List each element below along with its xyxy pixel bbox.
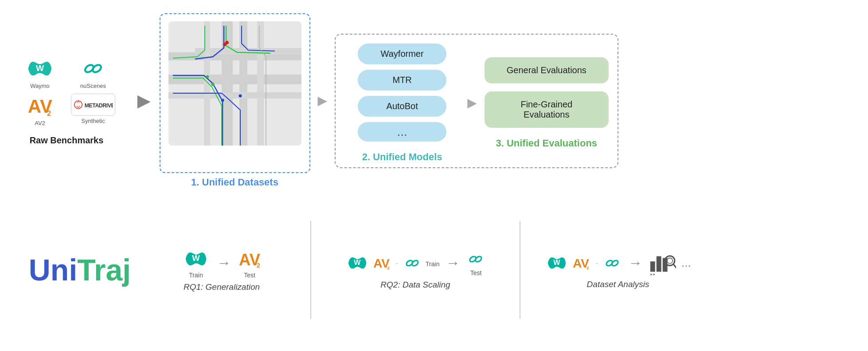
rq3-av2-icon: AV 2 — [572, 254, 591, 272]
models-evals-row: Wayformer MTR AutoBot ... 2. Unified Mod… — [344, 43, 609, 163]
unified-models-label: 2. Unified Models — [344, 151, 460, 163]
eval-boxes: General Evaluations Fine-GrainedEvaluati… — [485, 57, 609, 128]
raw-benchmarks-column: W Waymo nuScenes — [18, 56, 115, 146]
nuscenes-icon — [80, 56, 106, 81]
rq1-rq2-divider — [310, 221, 311, 319]
rq2-nuscenes-test-icon — [466, 250, 485, 268]
unified-evals-label: 3. Unified Evaluations — [496, 138, 597, 149]
rq1-test-label: Test — [244, 272, 255, 279]
svg-text:W: W — [554, 258, 561, 266]
svg-text:W: W — [192, 253, 200, 263]
svg-text:2: 2 — [47, 109, 51, 117]
rq3-flow: W AV 2 · — [545, 250, 691, 276]
rq2-flow: W AV 2 · — [345, 250, 486, 276]
rq2-rq3-divider — [520, 221, 520, 319]
synthetic-label: Synthetic — [81, 118, 105, 124]
nuscenes-logo-item: nuScenes — [71, 56, 115, 89]
unified-datasets-column: 1. Unified Datasets — [160, 13, 310, 188]
rq2-test-label: Test — [470, 269, 482, 276]
rq3-av2-icon: AV 2 — [572, 254, 591, 272]
unified-models-column: Wayformer MTR AutoBot ... 2. Unified Mod… — [344, 43, 460, 163]
unitraj-logo: UniTraj — [29, 252, 131, 287]
waymo-icon: W — [24, 56, 55, 81]
rq1-test-icon: AV 2 Test — [238, 248, 261, 279]
rq1-flow: W Train → AV 2 Test — [182, 248, 261, 279]
wayformer-pill: Wayformer — [358, 43, 446, 64]
rq3-w-icon: W — [545, 253, 569, 273]
more-models-pill: ... — [358, 122, 446, 142]
model-pills-list: Wayformer MTR AutoBot ... — [358, 43, 446, 142]
arrow-to-datasets: ► — [133, 90, 155, 112]
svg-point-18 — [206, 75, 209, 79]
rq2-nuscenes-chain-icon — [403, 254, 422, 272]
arrow-to-evals: ► — [464, 95, 480, 111]
av2-label: AV2 — [35, 120, 45, 126]
rq3-waymo-icon: W — [545, 253, 569, 273]
svg-point-19 — [211, 83, 214, 86]
svg-point-41 — [667, 258, 673, 263]
rq2-section: W AV 2 · — [320, 250, 511, 290]
rq1-train-label: Train — [189, 272, 203, 279]
rq3-dot: · — [595, 258, 598, 268]
svg-rect-44 — [653, 274, 655, 275]
rq2-train-group-label: Train — [426, 259, 439, 268]
arrow-to-models: ► — [315, 93, 331, 109]
mtr-pill: MTR — [358, 70, 446, 91]
rq3-section: W AV 2 · — [529, 250, 707, 289]
av2-test-icon: AV 2 — [238, 248, 261, 271]
bottom-section: UniTraj W Train → AV 2 — [18, 193, 850, 342]
unified-datasets-box — [160, 13, 310, 173]
svg-text:2: 2 — [387, 265, 390, 270]
svg-point-21 — [239, 95, 242, 98]
rq2-test-icon: Test — [466, 250, 485, 276]
rq2-nuscenes-icon — [403, 254, 422, 272]
general-eval-box: General Evaluations — [485, 57, 609, 83]
unitraj-traj: Traj — [77, 253, 131, 287]
rq3-description: Dataset Analysis — [587, 280, 649, 289]
rq1-section: W Train → AV 2 Test RQ1: Generalization — [142, 248, 301, 292]
rq1-arrow: → — [217, 255, 231, 271]
synthetic-logo-item: METADRIVE Synthetic — [71, 94, 115, 126]
rq2-av2-icon: AV 2 — [373, 254, 391, 272]
svg-point-20 — [221, 99, 224, 102]
rq1-description: RQ1: Generalization — [184, 282, 260, 292]
chart-analysis-icon — [649, 250, 676, 276]
svg-rect-9 — [168, 75, 301, 84]
svg-text:W: W — [354, 258, 361, 266]
rq2-dot: · — [396, 258, 399, 268]
waymo-label: Waymo — [30, 83, 50, 89]
rq2-train-label: Train — [426, 260, 439, 268]
svg-rect-43 — [650, 274, 652, 275]
raw-benchmarks-label: Raw Benchmarks — [30, 135, 104, 146]
waymo-logo-item: W Waymo — [18, 56, 62, 89]
unitraj-logo-area: UniTraj — [18, 252, 142, 287]
svg-rect-13 — [195, 48, 301, 55]
top-section: W Waymo nuScenes — [18, 9, 850, 193]
rq2-waymo-icon: W — [345, 253, 369, 273]
rq1-train-icon: W Train — [182, 248, 210, 279]
rq2-av2-train-icon: AV 2 — [373, 254, 391, 272]
rq3-arrow: → — [628, 255, 642, 271]
svg-rect-38 — [657, 256, 661, 272]
nuscenes-label: nuScenes — [80, 83, 106, 89]
unified-evals-column: General Evaluations Fine-GrainedEvaluati… — [485, 57, 609, 149]
synthetic-icon: METADRIVE — [71, 94, 115, 116]
svg-rect-12 — [257, 21, 264, 146]
svg-text:W: W — [36, 63, 44, 73]
svg-point-17 — [225, 41, 229, 44]
rq3-ellipsis: ... — [681, 256, 691, 270]
svg-rect-37 — [650, 261, 655, 272]
svg-line-42 — [673, 264, 676, 268]
av2-icon: AV 2 — [28, 94, 52, 118]
fine-grained-eval-box: Fine-GrainedEvaluations — [485, 91, 609, 128]
logos-grid: W Waymo nuScenes — [18, 56, 115, 126]
rq3-nuscenes-icon — [602, 254, 622, 272]
svg-text:METADRIVE: METADRIVE — [85, 103, 113, 109]
svg-text:2: 2 — [257, 262, 260, 269]
unified-datasets-label: 1. Unified Datasets — [191, 177, 278, 188]
rq2-description: RQ2: Data Scaling — [380, 280, 450, 290]
rq3-nuscenes-icon — [602, 254, 622, 272]
main-container: W Waymo nuScenes — [0, 0, 868, 351]
autobot-pill: AutoBot — [358, 96, 446, 117]
map-svg — [168, 21, 301, 146]
